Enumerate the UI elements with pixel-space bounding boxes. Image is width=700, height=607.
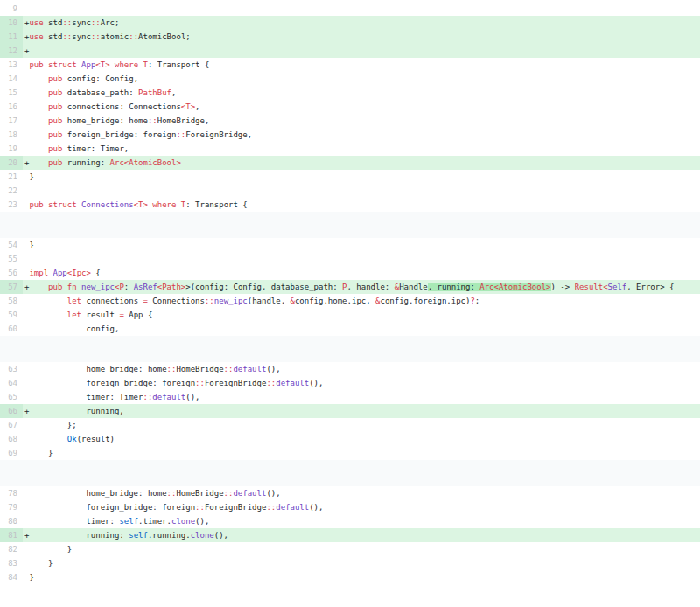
code-line: + running,	[23, 404, 700, 418]
code-token: (),	[266, 489, 280, 498]
diff-line: 84 }	[0, 570, 700, 584]
diff-line: 58 let connections = Connections::new_ip…	[0, 294, 700, 308]
code-token: ) ->	[551, 283, 575, 291]
line-number[interactable]: 60	[0, 322, 23, 336]
line-number[interactable]: 18	[0, 128, 23, 142]
line-number[interactable]: 66	[0, 404, 23, 418]
code-token: (),	[309, 379, 323, 387]
code-line: + pub fn new_ipc<P: AsRef<Path>>(config:…	[23, 280, 700, 294]
code-line: pub home_bridge: home::HomeBridge,	[23, 114, 700, 128]
line-number[interactable]: 69	[0, 446, 23, 460]
line-number[interactable]: 63	[0, 362, 23, 376]
line-number[interactable]: 11	[0, 30, 23, 44]
code-token: <Ipc>	[67, 269, 91, 277]
line-number[interactable]: 20	[0, 156, 23, 170]
line-number[interactable]: 10	[0, 16, 23, 30]
code-token: sync	[72, 32, 91, 41]
code-line: let result = App {	[23, 308, 700, 322]
diff-line: 80 timer: self.timer.clone(),	[0, 514, 700, 528]
code-token: where	[152, 200, 176, 209]
code-token: +	[24, 46, 29, 55]
line-number[interactable]: 22	[0, 184, 23, 198]
line-number[interactable]: 81	[0, 528, 23, 542]
line-number[interactable]: 9	[0, 2, 23, 16]
code-token: ::	[195, 379, 205, 387]
code-line: pub struct Connections<T> where T: Trans…	[23, 198, 700, 212]
code-token: HomeBridge	[176, 365, 223, 373]
line-number[interactable]: 59	[0, 308, 23, 322]
code-token: pub	[48, 88, 62, 97]
code-line: config,	[23, 322, 700, 336]
code-line: + pub running: Arc<AtomicBool>	[23, 156, 700, 170]
line-number[interactable]: 78	[0, 486, 23, 500]
code-token: pub	[29, 200, 43, 209]
code-line: }	[23, 556, 700, 570]
line-number[interactable]: 19	[0, 142, 23, 156]
code-token: <Path>	[158, 283, 186, 291]
code-line: }	[23, 542, 700, 556]
code-token: where	[115, 60, 138, 69]
code-token	[24, 130, 48, 139]
code-token: struct	[48, 200, 77, 209]
code-token	[24, 116, 48, 125]
code-token: use	[29, 32, 43, 41]
code-token: ::	[91, 18, 101, 27]
code-token: clone	[191, 531, 214, 540]
code-token: }	[24, 449, 53, 457]
code-line: };	[23, 418, 700, 432]
code-line: home_bridge: home::HomeBridge::default()…	[23, 362, 700, 376]
code-line: }	[23, 570, 700, 584]
line-number[interactable]: 65	[0, 390, 23, 404]
line-number[interactable]: 17	[0, 114, 23, 128]
code-token	[24, 144, 48, 153]
diff-line: 19 pub timer: Timer,	[0, 142, 700, 156]
line-number[interactable]: 23	[0, 198, 23, 212]
code-token	[24, 102, 48, 111]
diff-line: 66+ running,	[0, 404, 700, 418]
line-number[interactable]: 55	[0, 252, 23, 266]
line-number[interactable]: 64	[0, 376, 23, 390]
code-token: }	[24, 172, 34, 181]
line-number[interactable]: 57	[0, 280, 23, 294]
line-number[interactable]: 67	[0, 418, 23, 432]
diff-line: 17 pub home_bridge: home::HomeBridge,	[0, 114, 700, 128]
diff-line: 65 timer: Timer::default(),	[0, 390, 700, 404]
diff-line: 59 let result = App {	[0, 308, 700, 322]
code-token: HomeBridge,	[158, 116, 210, 125]
line-number[interactable]: 21	[0, 170, 23, 184]
line-number[interactable]: 84	[0, 570, 23, 584]
diff-line: 55	[0, 252, 700, 266]
code-token: , handle:	[347, 283, 395, 291]
code-line	[23, 184, 700, 198]
code-token: ::	[62, 18, 72, 27]
diff-line: 9	[0, 2, 700, 16]
code-token: running:	[62, 158, 109, 167]
code-token: Arc;	[101, 18, 120, 27]
code-token: ::	[224, 489, 234, 498]
line-number[interactable]: 58	[0, 294, 23, 308]
line-number[interactable]: 13	[0, 58, 23, 72]
line-number[interactable]: 80	[0, 514, 23, 528]
line-number[interactable]: 54	[0, 238, 23, 252]
line-number[interactable]: 68	[0, 432, 23, 446]
code-token-word-highlight: Arc<AtomicBool>	[480, 283, 550, 291]
code-token: ,	[172, 88, 176, 97]
line-number[interactable]: 14	[0, 72, 23, 86]
code-token: config,	[24, 324, 119, 333]
line-number[interactable]: 12	[0, 44, 23, 58]
code-token: ;	[475, 297, 480, 305]
line-number[interactable]: 79	[0, 500, 23, 514]
code-token: ForeignBridge,	[186, 130, 252, 139]
line-number[interactable]: 82	[0, 542, 23, 556]
diff-line: 81+ running: self.running.clone(),	[0, 528, 700, 542]
line-number[interactable]: 15	[0, 86, 23, 100]
diff-line: 11+use std::sync::atomic::AtomicBool;	[0, 30, 700, 44]
code-token	[24, 297, 67, 305]
line-number[interactable]: 16	[0, 100, 23, 114]
code-token: : Transport {	[148, 60, 209, 69]
code-token: config.foreign.ipc)	[380, 297, 470, 305]
code-token: self	[129, 531, 148, 540]
line-number[interactable]: 83	[0, 556, 23, 570]
diff-line: 68 Ok(result)	[0, 432, 700, 446]
line-number[interactable]: 56	[0, 266, 23, 280]
